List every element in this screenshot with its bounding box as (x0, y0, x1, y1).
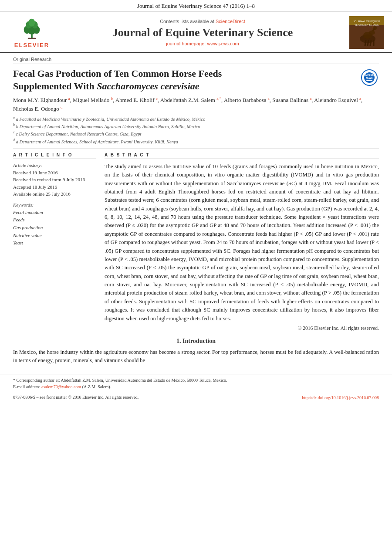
svg-text:Cross: Cross (365, 73, 374, 76)
email-link[interactable]: asalem70@yahoo.com (41, 384, 81, 389)
abstract-col: A B S T R A C T The study aimed to asses… (105, 153, 379, 331)
svg-text:JOURNAL OF EQUINE: JOURNAL OF EQUINE (353, 20, 380, 23)
journal-homepage: journal homepage: www.j-evs.com (56, 41, 349, 46)
intro-text: In Mexico, the horse industry within the… (13, 348, 379, 365)
abstract-text: The study aimed to assess the nutritive … (105, 163, 379, 323)
article-content: Original Research Fecal Gas Production o… (0, 53, 392, 365)
history-label: Article history: (13, 163, 96, 168)
cover-svg: JOURNAL OF EQUINE VETERINARY SCIENCE (349, 16, 384, 49)
abstract-heading: A B S T R A C T (105, 153, 379, 159)
title-part1: Fecal Gas Production of Ten Common Horse… (13, 68, 222, 79)
available-date: Available online 25 July 2016 (13, 190, 96, 198)
svg-line-15 (368, 40, 368, 46)
svg-point-18 (369, 31, 375, 35)
elsevier-tree-icon (19, 17, 45, 41)
footer-doi: http://dx.doi.org/10.1016/j.jevs.2016.07… (302, 394, 379, 401)
intro-num: 1. (176, 338, 181, 344)
keywords-list: Fecal inoculum Feeds Gas production Nutr… (13, 209, 96, 247)
journal-reference: Journal of Equine Veterinary Science 47 … (137, 3, 255, 9)
keywords-label: Keywords: (13, 202, 96, 207)
crossmark-badge: Cross Mark (359, 68, 379, 87)
journal-cover-image: JOURNAL OF EQUINE VETERINARY SCIENCE (349, 16, 384, 49)
title-italic: Saccharomyces cerevisiae (97, 81, 199, 92)
journal-title-block: Contents lists available at ScienceDirec… (56, 19, 349, 46)
introduction-section: 1. Introduction In Mexico, the horse ind… (13, 338, 379, 365)
footer-bottom: 0737-0806/$ – see front matter © 2016 El… (13, 392, 379, 401)
affiliations: a a Facultad de Medicina Veterinaria y Z… (13, 115, 379, 145)
sciencedirect-link[interactable]: ScienceDirect (216, 19, 245, 24)
article-title: Fecal Gas Production of Ten Common Horse… (13, 68, 359, 92)
title-part2: Supplemented With (13, 81, 97, 92)
received-date: Received 19 June 2016 (13, 169, 96, 176)
received-revised-date: Received in revised form 9 July 2016 (13, 176, 96, 183)
section-divider (13, 149, 379, 149)
article-info-col: A R T I C L E I N F O Article history: R… (13, 153, 96, 331)
svg-rect-25 (366, 80, 372, 81)
svg-rect-7 (28, 37, 36, 39)
abstract-copyright: © 2016 Elsevier Inc. All rights reserved… (105, 326, 379, 331)
affil-d: d d Department of Animal Sciences, Schoo… (13, 138, 379, 145)
intro-section-title: 1. Introduction (13, 338, 379, 345)
accepted-date: Accepted 18 July 2016 (13, 183, 96, 191)
journal-title: Journal of Equine Veterinary Science (56, 26, 349, 39)
svg-text:Mark: Mark (365, 77, 372, 80)
corresponding-note: * Corresponding author at: Abdelfattah Z… (13, 377, 379, 390)
email-suffix: (A.Z.M. Salem). (82, 384, 111, 389)
keyword-4: Nutritive value (13, 232, 96, 240)
journal-header: ELSEVIER Contents lists available at Sci… (0, 12, 392, 53)
svg-text:VETERINARY SCIENCE: VETERINARY SCIENCE (355, 24, 379, 26)
top-bar: Journal of Equine Veterinary Science 47 … (0, 0, 392, 12)
svg-point-6 (29, 18, 35, 26)
elsevier-logo: ELSEVIER (8, 17, 56, 48)
svg-line-16 (370, 40, 371, 46)
article-title-section: Fecal Gas Production of Ten Common Horse… (13, 68, 379, 92)
keywords-group: Keywords: Fecal inoculum Feeds Gas produ… (13, 202, 96, 247)
main-columns: A R T I C L E I N F O Article history: R… (13, 153, 379, 331)
affil-c: c c Dairy Science Department, National R… (13, 130, 379, 137)
corresponding-text: * Corresponding author at: Abdelfattah Z… (13, 378, 227, 383)
keyword-3: Gas production (13, 224, 96, 232)
doi-link[interactable]: http://dx.doi.org/10.1016/j.jevs.2016.07… (302, 395, 379, 400)
homepage-label: journal homepage: (166, 41, 206, 46)
article-info-heading: A R T I C L E I N F O (13, 153, 96, 159)
sciencedirect-line: Contents lists available at ScienceDirec… (56, 19, 349, 24)
crossmark-icon: Cross Mark (361, 69, 378, 86)
affil-b: b b Department of Animal Nutrition, Auto… (13, 122, 379, 130)
footer-issn: 0737-0806/$ – see front matter © 2016 El… (13, 395, 139, 400)
intro-title: Introduction (182, 338, 216, 344)
elsevier-brand-text: ELSEVIER (14, 42, 49, 48)
article-type: Original Research (13, 53, 379, 64)
svg-line-14 (365, 40, 366, 46)
keyword-2: Feeds (13, 216, 96, 224)
footer: * Corresponding author at: Abdelfattah Z… (0, 374, 392, 405)
email-label: E-mail address: (13, 384, 40, 389)
svg-point-20 (373, 26, 377, 30)
keyword-1: Fecal inoculum (13, 209, 96, 217)
affil-a: a a Facultad de Medicina Veterinaria y Z… (13, 115, 379, 122)
keyword-5: Yeast (13, 239, 96, 247)
authors-line: Mona M.Y. Elghandour a, Miguel Mellado b… (13, 96, 379, 113)
article-history: Article history: Received 19 June 2016 R… (13, 163, 96, 198)
homepage-url[interactable]: www.j-evs.com (207, 41, 239, 46)
